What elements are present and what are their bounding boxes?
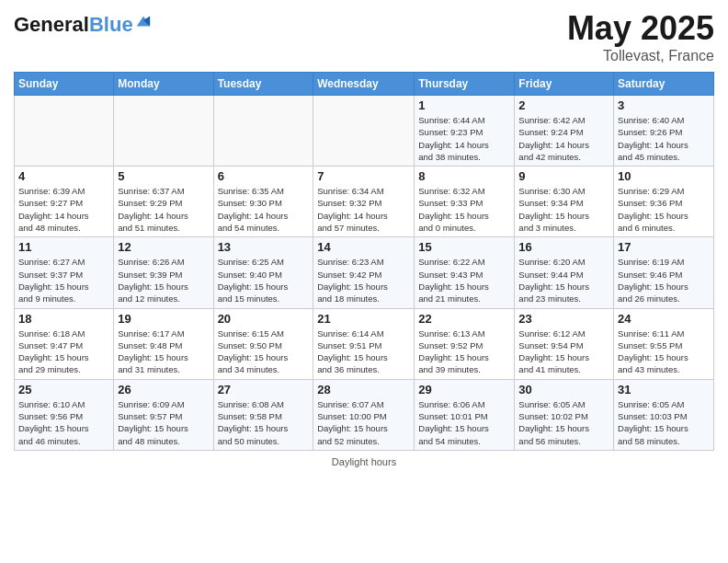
day-info: Sunrise: 6:26 AM Sunset: 9:39 PM Dayligh… xyxy=(118,256,209,304)
day-number: 31 xyxy=(618,383,710,396)
day-header-wednesday: Wednesday xyxy=(313,73,415,96)
calendar-cell xyxy=(213,96,313,167)
day-info: Sunrise: 6:25 AM Sunset: 9:40 PM Dayligh… xyxy=(218,256,310,304)
calendar-cell: 2Sunrise: 6:42 AM Sunset: 9:24 PM Daylig… xyxy=(515,96,614,167)
day-number: 2 xyxy=(518,98,609,112)
calendar-cell: 25Sunrise: 6:10 AM Sunset: 9:56 PM Dayli… xyxy=(15,379,114,450)
day-info: Sunrise: 6:44 AM Sunset: 9:23 PM Dayligh… xyxy=(418,114,510,163)
day-number: 19 xyxy=(118,312,209,326)
calendar-cell: 30Sunrise: 6:05 AM Sunset: 10:02 PM Dayl… xyxy=(515,379,614,450)
day-header-saturday: Saturday xyxy=(614,73,714,96)
calendar-cell: 8Sunrise: 6:32 AM Sunset: 9:33 PM Daylig… xyxy=(415,167,515,237)
day-info: Sunrise: 6:05 AM Sunset: 10:03 PM Daylig… xyxy=(618,398,710,447)
calendar-cell: 17Sunrise: 6:19 AM Sunset: 9:46 PM Dayli… xyxy=(614,237,714,308)
day-number: 18 xyxy=(18,312,109,326)
day-number: 17 xyxy=(618,240,710,254)
day-info: Sunrise: 6:08 AM Sunset: 9:58 PM Dayligh… xyxy=(218,398,310,447)
calendar-header-row: SundayMondayTuesdayWednesdayThursdayFrid… xyxy=(15,73,714,96)
calendar-cell: 20Sunrise: 6:15 AM Sunset: 9:50 PM Dayli… xyxy=(213,308,313,379)
day-info: Sunrise: 6:40 AM Sunset: 9:26 PM Dayligh… xyxy=(618,114,710,163)
day-number: 8 xyxy=(418,169,510,183)
calendar-cell: 29Sunrise: 6:06 AM Sunset: 10:01 PM Dayl… xyxy=(415,379,515,450)
day-number: 29 xyxy=(418,383,510,396)
calendar-week-row: 4Sunrise: 6:39 AM Sunset: 9:27 PM Daylig… xyxy=(15,167,714,237)
day-info: Sunrise: 6:27 AM Sunset: 9:37 PM Dayligh… xyxy=(18,256,109,304)
day-number: 28 xyxy=(317,383,410,396)
day-number: 10 xyxy=(618,169,710,183)
calendar-cell xyxy=(313,96,415,167)
day-info: Sunrise: 6:42 AM Sunset: 9:24 PM Dayligh… xyxy=(518,114,609,163)
day-info: Sunrise: 6:12 AM Sunset: 9:54 PM Dayligh… xyxy=(518,327,609,376)
month-title: May 2025 xyxy=(567,9,714,48)
day-info: Sunrise: 6:09 AM Sunset: 9:57 PM Dayligh… xyxy=(118,398,209,447)
calendar-cell: 5Sunrise: 6:37 AM Sunset: 9:29 PM Daylig… xyxy=(114,167,213,237)
day-number: 6 xyxy=(218,169,310,183)
day-number: 5 xyxy=(118,169,209,183)
day-info: Sunrise: 6:07 AM Sunset: 10:00 PM Daylig… xyxy=(317,398,410,447)
logo-icon xyxy=(135,13,152,29)
day-header-tuesday: Tuesday xyxy=(213,73,313,96)
calendar-footer: Daylight hours xyxy=(14,456,714,467)
day-number: 22 xyxy=(418,312,510,326)
calendar-cell: 22Sunrise: 6:13 AM Sunset: 9:52 PM Dayli… xyxy=(415,308,515,379)
day-number: 9 xyxy=(518,169,609,183)
day-info: Sunrise: 6:39 AM Sunset: 9:27 PM Dayligh… xyxy=(18,185,109,234)
day-header-sunday: Sunday xyxy=(15,73,114,96)
day-number: 12 xyxy=(118,240,209,254)
calendar-cell: 15Sunrise: 6:22 AM Sunset: 9:43 PM Dayli… xyxy=(415,237,515,308)
day-number: 30 xyxy=(518,383,609,396)
day-info: Sunrise: 6:29 AM Sunset: 9:36 PM Dayligh… xyxy=(618,185,710,234)
calendar-week-row: 25Sunrise: 6:10 AM Sunset: 9:56 PM Dayli… xyxy=(15,379,714,450)
calendar-cell: 13Sunrise: 6:25 AM Sunset: 9:40 PM Dayli… xyxy=(213,237,313,308)
day-header-monday: Monday xyxy=(114,73,213,96)
day-number: 4 xyxy=(18,169,109,183)
calendar-cell: 11Sunrise: 6:27 AM Sunset: 9:37 PM Dayli… xyxy=(15,237,114,308)
day-info: Sunrise: 6:10 AM Sunset: 9:56 PM Dayligh… xyxy=(18,398,109,447)
day-info: Sunrise: 6:14 AM Sunset: 9:51 PM Dayligh… xyxy=(317,327,410,376)
day-info: Sunrise: 6:35 AM Sunset: 9:30 PM Dayligh… xyxy=(218,185,310,234)
day-info: Sunrise: 6:15 AM Sunset: 9:50 PM Dayligh… xyxy=(218,327,310,376)
logo-text: GeneralBlue xyxy=(14,14,133,36)
day-header-thursday: Thursday xyxy=(415,73,515,96)
calendar-cell xyxy=(114,96,213,167)
day-number: 21 xyxy=(317,312,410,326)
day-number: 7 xyxy=(317,169,410,183)
calendar-cell: 6Sunrise: 6:35 AM Sunset: 9:30 PM Daylig… xyxy=(213,167,313,237)
day-info: Sunrise: 6:22 AM Sunset: 9:43 PM Dayligh… xyxy=(418,256,510,304)
calendar-cell: 9Sunrise: 6:30 AM Sunset: 9:34 PM Daylig… xyxy=(515,167,614,237)
title-block: May 2025 Tollevast, France xyxy=(567,9,714,64)
day-info: Sunrise: 6:37 AM Sunset: 9:29 PM Dayligh… xyxy=(118,185,209,234)
calendar-cell: 3Sunrise: 6:40 AM Sunset: 9:26 PM Daylig… xyxy=(614,96,714,167)
calendar-cell: 24Sunrise: 6:11 AM Sunset: 9:55 PM Dayli… xyxy=(614,308,714,379)
calendar-cell: 12Sunrise: 6:26 AM Sunset: 9:39 PM Dayli… xyxy=(114,237,213,308)
day-info: Sunrise: 6:05 AM Sunset: 10:02 PM Daylig… xyxy=(518,398,609,447)
calendar-cell: 16Sunrise: 6:20 AM Sunset: 9:44 PM Dayli… xyxy=(515,237,614,308)
logo: GeneralBlue xyxy=(14,14,152,36)
calendar-cell: 19Sunrise: 6:17 AM Sunset: 9:48 PM Dayli… xyxy=(114,308,213,379)
calendar-week-row: 11Sunrise: 6:27 AM Sunset: 9:37 PM Dayli… xyxy=(15,237,714,308)
calendar-cell xyxy=(15,96,114,167)
calendar-cell: 27Sunrise: 6:08 AM Sunset: 9:58 PM Dayli… xyxy=(213,379,313,450)
day-number: 11 xyxy=(18,240,109,254)
day-info: Sunrise: 6:11 AM Sunset: 9:55 PM Dayligh… xyxy=(618,327,710,376)
calendar-cell: 4Sunrise: 6:39 AM Sunset: 9:27 PM Daylig… xyxy=(15,167,114,237)
daylight-label: Daylight hours xyxy=(332,456,396,467)
day-info: Sunrise: 6:20 AM Sunset: 9:44 PM Dayligh… xyxy=(518,256,609,304)
calendar-week-row: 1Sunrise: 6:44 AM Sunset: 9:23 PM Daylig… xyxy=(15,96,714,167)
day-info: Sunrise: 6:17 AM Sunset: 9:48 PM Dayligh… xyxy=(118,327,209,376)
day-info: Sunrise: 6:13 AM Sunset: 9:52 PM Dayligh… xyxy=(418,327,510,376)
day-info: Sunrise: 6:34 AM Sunset: 9:32 PM Dayligh… xyxy=(317,185,410,234)
calendar-cell: 7Sunrise: 6:34 AM Sunset: 9:32 PM Daylig… xyxy=(313,167,415,237)
day-number: 24 xyxy=(618,312,710,326)
calendar-table: SundayMondayTuesdayWednesdayThursdayFrid… xyxy=(14,72,714,451)
location-title: Tollevast, France xyxy=(567,48,714,64)
day-info: Sunrise: 6:19 AM Sunset: 9:46 PM Dayligh… xyxy=(618,256,710,304)
day-number: 14 xyxy=(317,240,410,254)
calendar-week-row: 18Sunrise: 6:18 AM Sunset: 9:47 PM Dayli… xyxy=(15,308,714,379)
calendar-cell: 28Sunrise: 6:07 AM Sunset: 10:00 PM Dayl… xyxy=(313,379,415,450)
calendar-cell: 14Sunrise: 6:23 AM Sunset: 9:42 PM Dayli… xyxy=(313,237,415,308)
day-number: 26 xyxy=(118,383,209,396)
day-info: Sunrise: 6:18 AM Sunset: 9:47 PM Dayligh… xyxy=(18,327,109,376)
day-number: 3 xyxy=(618,98,710,112)
day-number: 15 xyxy=(418,240,510,254)
